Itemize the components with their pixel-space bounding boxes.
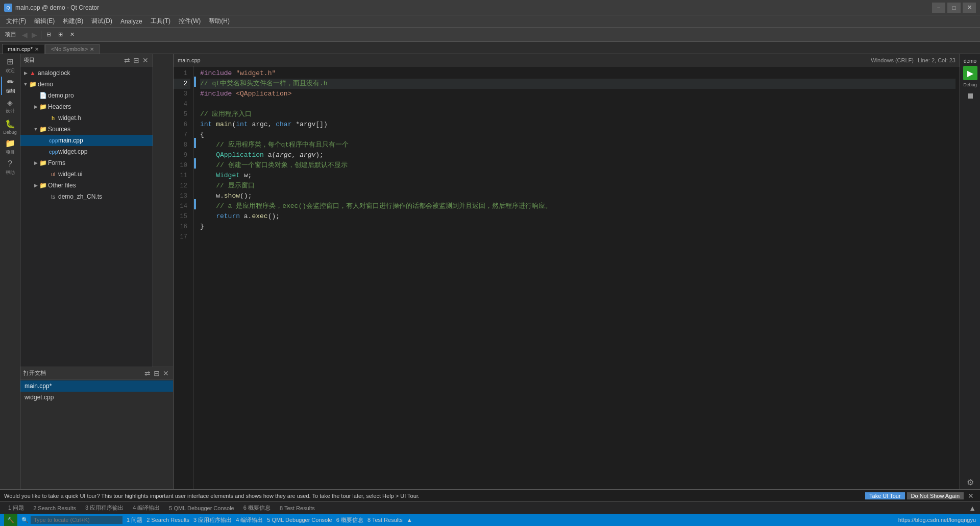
run-button[interactable]: ▶ xyxy=(963,66,977,80)
menu-controls[interactable]: 控件(W) xyxy=(175,15,205,28)
bottom-tab-app-output[interactable]: 3 应用程序输出 xyxy=(81,503,128,513)
sidebar-item-project[interactable]: 📁 项目 xyxy=(1,138,19,156)
bottom-tab-general-messages[interactable]: 6 概要信息 xyxy=(239,503,275,513)
sidebar-icons: ⊞ 欢迎 ✏ 编辑 ◈ 设计 🐛 Debug 📁 项目 ? 帮助 xyxy=(0,54,20,489)
code-line-13: w.show(); xyxy=(200,191,955,201)
tree-item-forms[interactable]: ▶ 📁 Forms xyxy=(20,157,153,169)
tree-icon-demo-pro: 📄 xyxy=(39,92,47,99)
maximize-icon[interactable]: ▲ xyxy=(407,517,412,523)
tree-item-main-cpp[interactable]: cpp main.cpp xyxy=(20,135,153,146)
sidebar-item-design[interactable]: ◈ 设计 xyxy=(1,97,19,115)
open-docs-split-btn[interactable]: ⊟ xyxy=(153,369,161,377)
close-button[interactable]: ✕ xyxy=(963,3,976,13)
tree-item-headers[interactable]: ▶ 📁 Headers xyxy=(20,101,153,112)
tree-item-demo-ts[interactable]: ts demo_zh_CN.ts xyxy=(20,191,153,202)
code-line-8: // 应用程序类，每个qt程序中有且只有一个 xyxy=(200,140,955,150)
sidebar-item-debug[interactable]: 🐛 Debug xyxy=(1,117,19,136)
tree-item-widget-cpp[interactable]: cpp widget.cpp xyxy=(20,146,153,157)
code-line-11: Widget w; xyxy=(200,171,955,181)
minimize-button[interactable]: − xyxy=(932,3,945,13)
sidebar-item-welcome[interactable]: ⊞ 欢迎 xyxy=(1,56,19,75)
tree-item-other-files[interactable]: ▶ 📁 Other files xyxy=(20,180,153,191)
debug-session-panel: demo ▶ Debug ⏹ ⚙ xyxy=(960,54,980,489)
tree-item-analogclock[interactable]: ▶ ▲ analogclock xyxy=(20,67,153,79)
welcome-icon: ⊞ xyxy=(7,57,13,66)
tour-buttons: Take UI Tour Do Not Show Again ✕ xyxy=(865,492,976,500)
split-v-btn[interactable]: ⊞ xyxy=(55,29,66,40)
tab-close-main-cpp[interactable]: ✕ xyxy=(35,46,39,52)
sidebar-item-help[interactable]: ? 帮助 xyxy=(1,158,19,177)
stop-debug-button[interactable]: ⏹ xyxy=(966,91,974,101)
search-input[interactable] xyxy=(31,516,122,524)
menu-edit[interactable]: 编辑(E) xyxy=(30,15,59,28)
dismiss-tour-button[interactable]: Do Not Show Again xyxy=(907,492,964,499)
edit-label: 编辑 xyxy=(6,88,15,94)
nav-left-arrow[interactable]: ◀ xyxy=(20,31,29,39)
open-doc-widget-cpp[interactable]: widget.cpp xyxy=(20,392,173,403)
line-number-12: 12 xyxy=(174,181,190,191)
menu-help[interactable]: 帮助(H) xyxy=(205,15,234,28)
line-number-11: 11 xyxy=(174,171,190,181)
code-editor[interactable]: 1 2 3 4 5 6 7 8 9 10 11 12 13 14 15 16 1… xyxy=(174,66,960,489)
tree-item-sources[interactable]: ▼ 📁 Sources xyxy=(20,124,153,135)
line-number-16: 16 xyxy=(174,222,190,232)
tree-item-widget-h[interactable]: h widget.h xyxy=(20,112,153,124)
build-status-btn[interactable]: 🔨 xyxy=(4,514,17,526)
take-tour-button[interactable]: Take UI Tour xyxy=(865,492,905,499)
tab-main-cpp[interactable]: main.cpp* ✕ xyxy=(2,44,44,54)
tree-item-widget-ui[interactable]: ui widget.ui xyxy=(20,169,153,180)
bottom-tab-compile[interactable]: 4 编译输出 xyxy=(129,503,164,513)
menu-build[interactable]: 构建(B) xyxy=(59,15,87,28)
menu-tools[interactable]: 工具(T) xyxy=(146,15,175,28)
compile-output: 4 编译输出 xyxy=(236,516,263,524)
bottom-tab-qml-debugger[interactable]: 5 QML Debugger Console xyxy=(165,504,238,512)
split-h-btn[interactable]: ⊟ xyxy=(43,29,54,40)
general-info: 6 概要信息 xyxy=(336,516,363,524)
line-number-6: 6 xyxy=(174,119,190,130)
close-tour-btn[interactable]: ✕ xyxy=(966,492,976,500)
tree-label-main-cpp: main.cpp xyxy=(58,137,83,144)
tree-item-demo[interactable]: ▼ 📁 demo xyxy=(20,79,153,90)
tree-arrow-sources: ▼ xyxy=(33,127,39,132)
code-content[interactable]: #include "widget.h" // qt中类名和头文件名一样，而且没有… xyxy=(196,66,960,489)
close-split-btn[interactable]: ✕ xyxy=(67,29,78,40)
menu-analyze[interactable]: Analyze xyxy=(116,15,146,28)
maximize-panel-btn[interactable]: ▲ xyxy=(969,504,976,512)
tree-item-demo-pro[interactable]: 📄 demo.pro xyxy=(20,90,153,101)
menu-bar: 文件(F) 编辑(E) 构建(B) 调试(D) Analyze 工具(T) 控件… xyxy=(0,15,980,28)
panel-sync-btn[interactable]: ⇄ xyxy=(123,56,131,64)
panel-close-btn[interactable]: ✕ xyxy=(141,56,150,64)
open-docs-sync-btn[interactable]: ⇄ xyxy=(143,369,152,377)
line-number-3: 3 xyxy=(174,89,190,99)
project-label-sidebar: 项目 xyxy=(6,149,15,156)
menu-file[interactable]: 文件(F) xyxy=(2,15,30,28)
tree-arrow-demo: ▼ xyxy=(22,82,29,87)
search-area: 🔍 xyxy=(21,516,122,524)
title-bar-controls: − □ ✕ xyxy=(932,3,976,13)
tab-no-symbols[interactable]: <No Symbols> ✕ xyxy=(45,44,100,54)
line-numbers: 1 2 3 4 5 6 7 8 9 10 11 12 13 14 15 16 1… xyxy=(174,66,194,489)
nav-arrows: ◀ ▶ xyxy=(20,31,39,39)
sidebar-item-edit[interactable]: ✏ 编辑 xyxy=(1,77,19,95)
line-number-13: 13 xyxy=(174,191,190,201)
line-number-4: 4 xyxy=(174,99,190,109)
menu-debug[interactable]: 调试(D) xyxy=(87,15,116,28)
nav-right-arrow[interactable]: ▶ xyxy=(30,31,39,39)
open-docs-btns: ⇄ ⊟ ✕ xyxy=(143,369,170,377)
editor-topbar: main.cpp Windows (CRLF) Line: 2, Col: 23 xyxy=(174,54,960,66)
project-tree[interactable]: ▶ ▲ analogclock ▼ 📁 demo 📄 demo.pro xyxy=(20,66,153,367)
bottom-tab-issues[interactable]: 1 问题 xyxy=(4,503,28,513)
open-doc-main-cpp[interactable]: main.cpp* xyxy=(20,380,173,392)
tools-button[interactable]: ⚙ xyxy=(967,477,974,487)
debug-label-sidebar: Debug xyxy=(3,130,17,135)
tab-close-no-symbols[interactable]: ✕ xyxy=(90,46,94,52)
editor-topbar-right: Windows (CRLF) Line: 2, Col: 23 xyxy=(871,57,955,63)
panel-split-btn[interactable]: ⊟ xyxy=(132,56,140,64)
bottom-tab-search[interactable]: 2 Search Results xyxy=(29,504,80,512)
line-number-15: 15 xyxy=(174,211,190,222)
bottom-tab-test-results[interactable]: 8 Test Results xyxy=(276,504,319,512)
maximize-button[interactable]: □ xyxy=(947,3,961,13)
tree-label-demo-pro: demo.pro xyxy=(48,92,74,99)
open-docs-close-btn[interactable]: ✕ xyxy=(162,369,170,377)
code-line-16: } xyxy=(200,222,955,232)
